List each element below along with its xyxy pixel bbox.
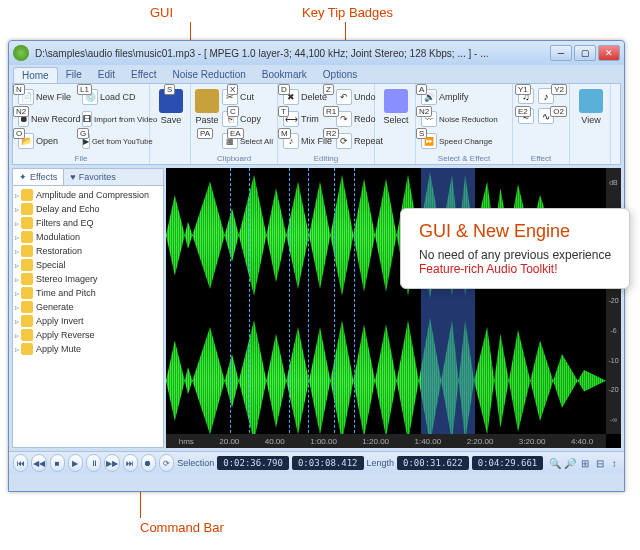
- tab-effect[interactable]: Effect: [123, 67, 164, 83]
- sidebar-item[interactable]: Apply Reverse: [15, 328, 161, 342]
- loop-button[interactable]: ⟳: [159, 454, 174, 472]
- zoomout-button[interactable]: 🔎: [564, 456, 576, 470]
- callout-tooltip: GUI & New Engine No need of any previous…: [400, 208, 630, 289]
- tab-home[interactable]: Home: [13, 67, 58, 83]
- ffwd-button[interactable]: ▶▶: [104, 454, 119, 472]
- select-button[interactable]: Select: [378, 86, 414, 128]
- effect-icon: [21, 343, 33, 355]
- sidebar-tabs: ✦Effects ♥Favorites: [13, 169, 163, 186]
- min-button[interactable]: ─: [550, 45, 572, 61]
- sel-len: 0:00:31.622: [397, 456, 469, 470]
- tab-bookmark[interactable]: Bookmark: [254, 67, 315, 83]
- star-icon: ✦: [19, 172, 27, 182]
- play-button[interactable]: ▶: [68, 454, 83, 472]
- amplify-button[interactable]: 🔊Amplify: [419, 86, 509, 108]
- badge: D: [278, 84, 290, 95]
- ruler-tick: 4:40.0: [571, 437, 593, 446]
- badge: C: [227, 106, 239, 117]
- effect-icon: [21, 315, 33, 327]
- noise-button[interactable]: 〰Noise Reduction: [419, 108, 509, 130]
- sidebar-item-label: Apply Mute: [36, 344, 81, 354]
- tab-noise[interactable]: Noise Reduction: [164, 67, 253, 83]
- zoom-sel-button[interactable]: ⊟: [594, 456, 606, 470]
- close-button[interactable]: ✕: [598, 45, 620, 61]
- sidebar-item-label: Filters and EQ: [36, 218, 94, 228]
- db-tick: -20: [608, 386, 618, 393]
- sidebar: ✦Effects ♥Favorites Amplitude and Compre…: [12, 168, 164, 448]
- marker-region[interactable]: [289, 168, 309, 448]
- sidebar-item-label: Delay and Echo: [36, 204, 100, 214]
- ruler-tick: 1:00.00: [310, 437, 337, 446]
- undo-label: Undo: [354, 92, 376, 102]
- effect-icon: [21, 273, 33, 285]
- marker-region[interactable]: [230, 168, 250, 448]
- sidebar-tab-effects[interactable]: ✦Effects: [13, 169, 64, 185]
- badge: A: [416, 84, 427, 95]
- zoom-v-button[interactable]: ↕: [608, 456, 620, 470]
- badge: Z: [323, 84, 334, 95]
- sidebar-item-label: Generate: [36, 302, 74, 312]
- sidebar-item[interactable]: Restoration: [15, 244, 161, 258]
- stop-button[interactable]: ■: [50, 454, 65, 472]
- group-label: Editing: [278, 154, 374, 163]
- selectall-label: Select All: [240, 137, 273, 146]
- select-icon: [384, 89, 408, 113]
- view-button[interactable]: View: [573, 86, 609, 128]
- app-icon: [13, 45, 29, 61]
- badge: M: [278, 128, 291, 139]
- badge: N2: [13, 106, 29, 117]
- tab-options[interactable]: Options: [315, 67, 365, 83]
- badge: E2: [515, 106, 531, 117]
- zoom-fit-button[interactable]: ⊞: [579, 456, 591, 470]
- pause-button[interactable]: ⏸: [86, 454, 101, 472]
- view-icon: [579, 89, 603, 113]
- marker-region[interactable]: [334, 168, 354, 448]
- group-label: File: [13, 154, 149, 163]
- statusbar: ⏮ ◀◀ ■ ▶ ⏸ ▶▶ ⏭ ⏺ ⟳ Selection 0:02:36.79…: [9, 451, 624, 474]
- speed-label: Speed Change: [439, 137, 492, 146]
- time-ruler[interactable]: hms20.0040.001:00.001:20.001:40.002:20.0…: [166, 434, 606, 448]
- sidebar-item[interactable]: Stereo Imagery: [15, 272, 161, 286]
- goto-end-button[interactable]: ⏭: [123, 454, 138, 472]
- paste-button[interactable]: Paste: [194, 86, 220, 152]
- title-text: D:\samples\audio files\music01.mp3 - [ M…: [35, 48, 548, 59]
- sidebar-tab-favorites[interactable]: ♥Favorites: [64, 169, 121, 185]
- goto-start-button[interactable]: ⏮: [13, 454, 28, 472]
- open-button[interactable]: 📂Open: [16, 130, 80, 152]
- youtube-button[interactable]: ▶Get from YouTube: [80, 130, 144, 152]
- sidebar-item[interactable]: Apply Invert: [15, 314, 161, 328]
- paste-icon: [195, 89, 219, 113]
- import-label: Import from Video: [94, 115, 157, 124]
- new-file-button[interactable]: 📄New File: [16, 86, 80, 108]
- sel-start: 0:02:36.790: [217, 456, 289, 470]
- max-button[interactable]: ▢: [574, 45, 596, 61]
- import-video-button[interactable]: 🎞Import from Video: [80, 108, 144, 130]
- total-len: 0:04:29.661: [472, 456, 544, 470]
- select-label: Select: [383, 115, 408, 125]
- sidebar-item-label: Amplitude and Compression: [36, 190, 149, 200]
- effect-icon: [21, 329, 33, 341]
- group-save: Save S: [150, 84, 191, 164]
- sidebar-item[interactable]: Generate: [15, 300, 161, 314]
- tab-file[interactable]: File: [58, 67, 90, 83]
- ruler-tick: 2:20.00: [467, 437, 494, 446]
- sidebar-item[interactable]: Time and Pitch: [15, 286, 161, 300]
- sidebar-item[interactable]: Modulation: [15, 230, 161, 244]
- sidebar-item[interactable]: Delay and Echo: [15, 202, 161, 216]
- sidebar-item[interactable]: Special: [15, 258, 161, 272]
- zoomin-button[interactable]: 🔍: [549, 456, 561, 470]
- db-tick: dB: [609, 179, 618, 186]
- tab-edit[interactable]: Edit: [90, 67, 123, 83]
- sidebar-item[interactable]: Apply Mute: [15, 342, 161, 356]
- annotation-keytip: Key Tip Badges: [302, 5, 393, 20]
- db-tick: -20: [608, 297, 618, 304]
- sidebar-item[interactable]: Amplitude and Compression: [15, 188, 161, 202]
- titlebar[interactable]: D:\samples\audio files\music01.mp3 - [ M…: [9, 41, 624, 65]
- group-label: Select & Effect: [416, 154, 512, 163]
- record-button[interactable]: ⏺: [141, 454, 156, 472]
- sidebar-item[interactable]: Filters and EQ: [15, 216, 161, 230]
- speed-button[interactable]: ⏩Speed Change: [419, 130, 509, 152]
- rewind-button[interactable]: ◀◀: [31, 454, 46, 472]
- effect-icon: [21, 301, 33, 313]
- badge: Y1: [515, 84, 531, 95]
